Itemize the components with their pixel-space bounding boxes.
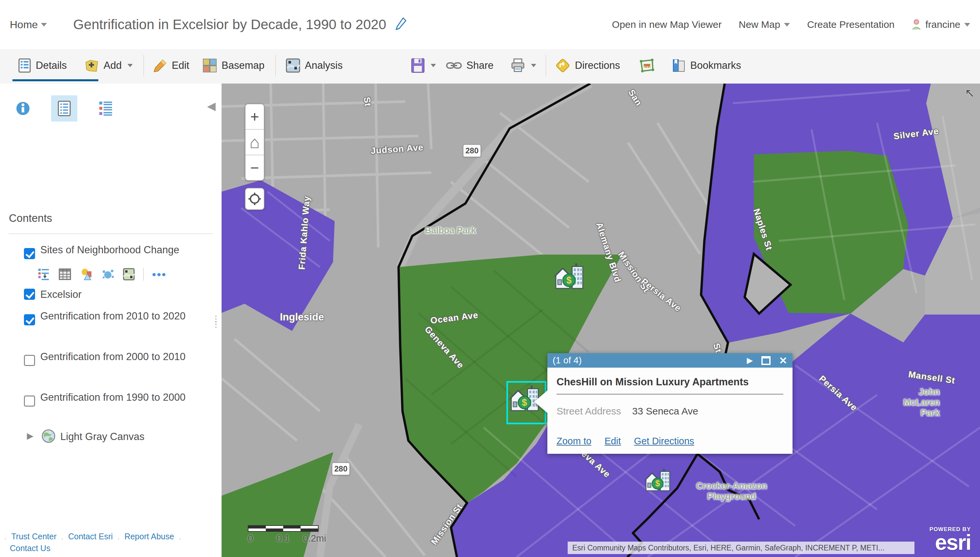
printer-icon <box>510 58 525 73</box>
popup-close-icon[interactable]: ✕ <box>779 355 787 366</box>
popup-field-value: 33 Seneca Ave <box>632 406 698 417</box>
collapse-panel-icon[interactable]: ◀ <box>207 99 216 112</box>
avatar <box>912 19 921 30</box>
directions-icon <box>555 58 570 73</box>
popup-title: ChesHill on Mission Luxury Apartments <box>556 376 783 388</box>
measure-icon <box>639 58 654 73</box>
details-icon <box>18 58 31 73</box>
contact-esri-link[interactable]: Contact Esri <box>68 532 113 541</box>
get-directions-link[interactable]: Get Directions <box>634 436 694 446</box>
divider <box>556 394 783 394</box>
popup-edit-link[interactable]: Edit <box>604 436 621 446</box>
layer-label[interactable]: Sites of Neighborhood Change <box>40 243 197 257</box>
chevron-down-icon <box>430 64 436 67</box>
chevron-down-icon <box>531 64 536 67</box>
create-presentation-link[interactable]: Create Presentation <box>807 19 894 30</box>
home-label: Home <box>10 19 38 31</box>
cluster-points-icon[interactable] <box>101 268 114 280</box>
map-corner-arrow-icon[interactable]: ↖ <box>965 86 975 100</box>
show-legend-icon[interactable] <box>38 268 50 280</box>
print-button[interactable] <box>510 49 536 82</box>
highway-shield: 280 <box>463 144 481 157</box>
bookmarks-button[interactable]: Bookmarks <box>672 49 741 82</box>
share-button[interactable]: Share <box>446 49 494 82</box>
zoom-controls: + ⌂ − <box>245 104 264 181</box>
username: francine <box>925 19 960 30</box>
popup-field-label: Street Address <box>556 406 621 417</box>
dot-separator: . <box>5 533 7 541</box>
home-menu[interactable]: Home <box>10 19 47 31</box>
popup-pointer <box>534 390 548 414</box>
contact-us-link[interactable]: Contact Us <box>10 544 51 553</box>
panel-resize-grip[interactable]: ⋮⋮ <box>212 316 220 327</box>
legend-icon <box>98 100 113 117</box>
map-attribution: Esri Community Maps Contributors, Esri, … <box>567 542 915 554</box>
find-my-location-button[interactable] <box>245 188 264 210</box>
analysis-icon <box>286 58 300 73</box>
trust-center-link[interactable]: Trust Center <box>11 532 57 541</box>
toolbar-separator <box>143 55 144 77</box>
popup-maximize-icon[interactable] <box>761 356 771 365</box>
edit-title-pencil-icon[interactable] <box>395 17 406 32</box>
save-button[interactable] <box>411 49 436 82</box>
tab-content[interactable] <box>51 95 77 122</box>
layer-label[interactable]: Gentrification from 2010 to 2020 <box>40 309 197 323</box>
divider <box>143 268 143 281</box>
dot-separator: . <box>179 533 181 541</box>
scale-mid: 0.1 <box>277 533 290 544</box>
layer-label[interactable]: Gentrification from 2000 to 2010 <box>40 350 197 363</box>
zoom-out-button[interactable]: − <box>246 155 264 180</box>
tab-legend[interactable] <box>93 95 119 122</box>
layer-label[interactable]: Light Gray Canvas <box>60 430 218 443</box>
tab-about[interactable] <box>10 95 36 122</box>
zoom-in-button[interactable]: + <box>246 104 264 129</box>
details-button[interactable]: Details <box>18 49 67 82</box>
locate-icon <box>248 192 262 206</box>
highway-shield: 280 <box>332 462 350 476</box>
analysis-button[interactable]: Analysis <box>286 49 342 82</box>
pencil-icon <box>153 59 167 72</box>
perform-analysis-icon[interactable] <box>123 268 135 280</box>
directions-button[interactable]: Directions <box>555 49 620 82</box>
layer-label[interactable]: Gentrification from 1990 to 2000 <box>40 391 197 404</box>
show-table-icon[interactable] <box>59 268 71 280</box>
toolbar-separator <box>275 55 276 77</box>
map-canvas[interactable]: StSanJudson AveSilver AveBalboa ParkFrid… <box>222 83 980 557</box>
scale-bar: 0 0.1 0.2mi <box>248 525 346 543</box>
popup-next-icon[interactable]: ▶ <box>747 356 753 365</box>
new-map-menu[interactable]: New Map <box>739 19 790 30</box>
layer-checkbox[interactable] <box>24 396 35 407</box>
app-header: Home Gentrification in Excelsior by Deca… <box>0 0 980 49</box>
layer-checkbox[interactable] <box>24 314 35 325</box>
chevron-down-icon <box>41 23 47 26</box>
feature-popup: (1 of 4) ▶ ✕ ChesHill on Mission Luxury … <box>547 353 792 454</box>
info-icon <box>16 101 30 116</box>
map-toolbar: Details Add Edit Basemap Analysis Share … <box>0 49 980 84</box>
zoom-to-link[interactable]: Zoom to <box>556 436 591 446</box>
add-button[interactable]: Add <box>85 49 133 82</box>
scale-end: 0.2mi <box>303 533 326 544</box>
change-style-icon[interactable] <box>80 268 93 280</box>
layer-checkbox[interactable] <box>24 355 35 366</box>
expand-arrow-icon[interactable]: ▶ <box>27 431 33 441</box>
edit-button[interactable]: Edit <box>153 49 189 82</box>
layer-label[interactable]: Excelsior <box>40 288 197 301</box>
layer-checkbox[interactable] <box>24 248 35 259</box>
home-extent-button[interactable]: ⌂ <box>246 129 264 155</box>
chevron-down-icon <box>784 23 790 26</box>
popup-header[interactable]: (1 of 4) ▶ ✕ <box>547 353 792 368</box>
more-options-icon[interactable]: ••• <box>152 268 167 281</box>
divider <box>9 234 213 234</box>
layer-checkbox[interactable] <box>24 289 35 300</box>
open-in-new-map-viewer-link[interactable]: Open in new Map Viewer <box>612 19 722 30</box>
map-basemap-layers <box>222 83 980 557</box>
report-abuse-link[interactable]: Report Abuse <box>124 532 174 541</box>
globe-icon <box>41 429 56 443</box>
add-layer-icon <box>85 58 99 73</box>
basemap-button[interactable]: Basemap <box>202 49 264 82</box>
measure-button[interactable] <box>639 49 654 82</box>
user-menu[interactable]: francine <box>912 19 970 30</box>
contents-heading: Contents <box>9 212 52 225</box>
dot-separator: . <box>117 533 120 541</box>
contents-panel: ◀ Contents Sites of Neighborhood Change … <box>0 83 222 557</box>
